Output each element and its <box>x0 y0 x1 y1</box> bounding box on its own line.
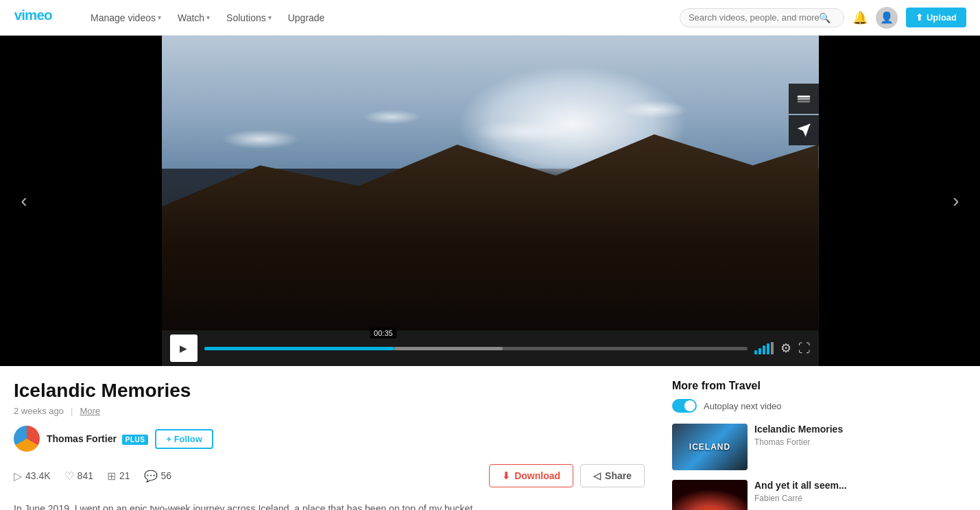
chevron-down-icon: ▾ <box>268 14 272 21</box>
sidebar-title: More from Travel <box>672 380 878 392</box>
toggle-knob <box>684 400 695 411</box>
nav-upgrade[interactable]: Upgrade <box>281 8 332 27</box>
nav-manage-videos[interactable]: Manage videos ▾ <box>84 8 168 27</box>
comment-icon: 💬 <box>144 470 158 483</box>
follow-button[interactable]: + Follow <box>155 429 213 449</box>
prev-video-button[interactable]: ‹ <box>7 184 41 218</box>
separator: | <box>71 406 73 416</box>
action-buttons: ⬇ Download ◁ Share <box>489 464 645 487</box>
settings-button[interactable]: ⚙ <box>780 341 791 356</box>
search-input[interactable] <box>689 12 819 23</box>
content-area: Icelandic Memories 2 weeks ago | More Th… <box>0 366 980 510</box>
mountain-scene <box>162 36 819 330</box>
related-video-1[interactable]: ICELAND Icelandic Memories Thomas Fortie… <box>672 424 878 470</box>
vol-bar-4 <box>767 343 769 354</box>
video-outer: ‹ <box>0 36 980 366</box>
vol-bar-3 <box>763 345 765 354</box>
video-sidebar-icons <box>789 84 819 145</box>
creator-name: Thomas Fortier PLUS <box>47 433 148 444</box>
next-video-button[interactable]: › <box>939 184 973 218</box>
creator-avatar[interactable] <box>14 426 40 452</box>
share-icon: ◁ <box>593 470 601 481</box>
related-info-2: And yet it all seem... Fabien Carré <box>754 480 878 510</box>
share-icon-btn[interactable] <box>789 115 819 145</box>
related-title-1: Icelandic Memories <box>754 424 878 435</box>
user-avatar[interactable]: 👤 <box>876 7 898 29</box>
video-thumbnail[interactable] <box>162 36 819 330</box>
video-info: Icelandic Memories 2 weeks ago | More Th… <box>0 380 658 510</box>
play-button[interactable]: ▶ <box>170 335 198 362</box>
search-bar[interactable]: 🔍 <box>680 8 844 27</box>
snow <box>162 80 819 228</box>
progress-fill <box>204 347 394 350</box>
autoplay-label: Autoplay next video <box>704 401 781 411</box>
plus-badge: PLUS <box>122 435 149 445</box>
progress-bar[interactable]: 00:35 <box>204 347 748 350</box>
more-link[interactable]: More <box>80 406 100 416</box>
vol-bar-2 <box>758 348 761 354</box>
svg-rect-1 <box>797 95 809 97</box>
chevron-down-icon: ▾ <box>158 14 161 21</box>
download-icon: ⬇ <box>502 470 510 481</box>
time-tooltip: 00:35 <box>370 328 397 339</box>
video-container: ▶ 00:35 ⚙ ⛶ <box>162 36 819 366</box>
vol-bar-5 <box>771 342 774 354</box>
sidebar: More from Travel Autoplay next video ICE… <box>658 380 892 510</box>
related-info-1: Icelandic Memories Thomas Fortier <box>754 424 878 470</box>
likes-stat[interactable]: ♡ 841 <box>64 470 93 483</box>
related-creator-2: Fabien Carré <box>754 494 878 503</box>
search-icon: 🔍 <box>819 12 830 23</box>
video-controls: ▶ 00:35 ⚙ ⛶ <box>162 330 819 366</box>
post-date: 2 weeks ago <box>14 406 64 416</box>
nav-watch[interactable]: Watch ▾ <box>171 8 217 27</box>
share-button[interactable]: ◁ Share <box>580 464 645 487</box>
svg-rect-3 <box>797 101 809 103</box>
progress-buffered <box>394 347 503 350</box>
collections-icon-btn[interactable] <box>789 84 819 114</box>
svg-text:vimeo: vimeo <box>14 8 52 23</box>
vol-bar-1 <box>754 350 757 354</box>
svg-rect-4 <box>672 480 748 510</box>
download-button[interactable]: ⬇ Download <box>489 464 573 487</box>
video-meta: 2 weeks ago | More <box>14 406 645 416</box>
related-thumb-2 <box>672 480 748 510</box>
nav-solutions[interactable]: Solutions ▾ <box>219 8 278 27</box>
related-creator-1: Thomas Fortier <box>754 437 878 447</box>
plays-stat: ▷ 43.4K <box>14 470 51 483</box>
comments-stat[interactable]: 💬 56 <box>144 470 172 483</box>
iceland-thumb-label: ICELAND <box>689 442 730 452</box>
stats-row: ▷ 43.4K ♡ 841 ⊞ 21 💬 56 ⬇ Download <box>14 464 645 487</box>
header: vimeo Manage videos ▾ Watch ▾ Solutions … <box>0 0 980 36</box>
video-description: In June 2019, I went on an epic two-week… <box>14 501 645 510</box>
main-nav: Manage videos ▾ Watch ▾ Solutions ▾ Upgr… <box>84 8 680 27</box>
notification-bell-icon[interactable]: 🔔 <box>852 10 868 25</box>
collections-icon: ⊞ <box>107 470 116 483</box>
related-thumb-1: ICELAND <box>672 424 748 470</box>
related-title-2: And yet it all seem... <box>754 480 878 491</box>
video-section: ‹ <box>0 36 980 366</box>
heart-icon: ♡ <box>64 470 74 483</box>
upload-icon: ⬆ <box>916 12 923 23</box>
fullscreen-button[interactable]: ⛶ <box>798 341 811 356</box>
autoplay-toggle[interactable] <box>672 399 697 413</box>
related-video-2[interactable]: And yet it all seem... Fabien Carré <box>672 480 878 510</box>
autoplay-row: Autoplay next video <box>672 399 878 413</box>
volume-indicator <box>754 342 774 354</box>
svg-rect-2 <box>797 98 809 100</box>
chevron-down-icon: ▾ <box>206 14 210 21</box>
vimeo-logo[interactable]: vimeo <box>14 8 63 27</box>
video-title: Icelandic Memories <box>14 380 645 402</box>
collections-stat[interactable]: ⊞ 21 <box>107 470 130 483</box>
creator-row: Thomas Fortier PLUS + Follow <box>14 426 645 452</box>
upload-button[interactable]: ⬆ Upload <box>906 8 966 27</box>
header-right: 🔍 🔔 👤 ⬆ Upload <box>680 7 966 29</box>
play-icon: ▷ <box>14 470 22 483</box>
